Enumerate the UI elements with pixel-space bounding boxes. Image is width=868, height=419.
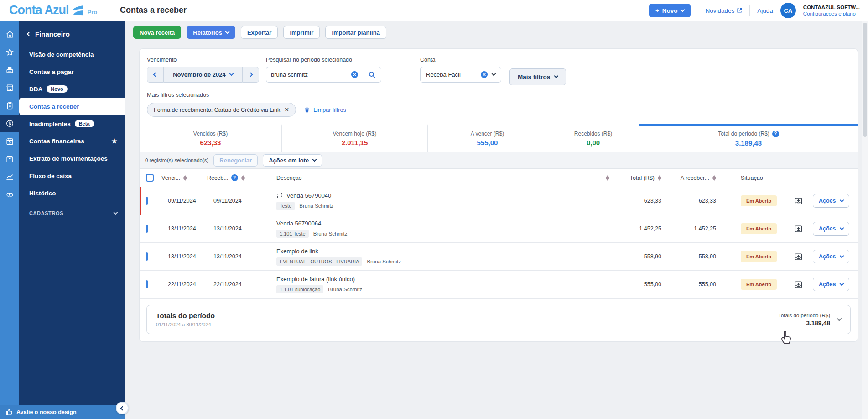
search-input[interactable] — [271, 71, 351, 78]
client-name: Bruna Schmitz — [299, 203, 333, 209]
mais-filtros-button[interactable]: Mais filtros — [509, 68, 566, 85]
account-menu[interactable]: CONTAAZUL SOFTW... Configurações e plano — [803, 4, 860, 17]
nova-receita-button[interactable]: Nova receita — [133, 26, 181, 39]
sort-icon[interactable] — [183, 175, 187, 181]
summary-total-periodo[interactable]: Total do período (R$) ? 3.189,48 — [639, 124, 858, 152]
sidebar-item-visao-de-competencia[interactable]: Visão de competência — [19, 46, 125, 63]
relatorios-button[interactable]: Relatórios — [187, 26, 235, 39]
sidebar-item-contas-financeiras[interactable]: Contas financeiras ★ — [19, 132, 125, 150]
imprimir-button[interactable]: Imprimir — [283, 26, 320, 39]
receive-payment-icon[interactable] — [789, 280, 807, 289]
total-value: 1.452,25 — [613, 225, 668, 232]
renegociar-button[interactable]: Renegociar — [213, 154, 258, 167]
description-cell[interactable]: Exemplo de fatura (link único) 1.1.01 su… — [257, 276, 613, 293]
scrollbar-thumb[interactable] — [863, 23, 867, 137]
row-checkbox[interactable] — [146, 197, 148, 205]
sidebar-section-cadastros[interactable]: CADASTROS — [19, 206, 125, 220]
chevron-down-icon — [554, 74, 559, 79]
summary-recebidos[interactable]: Recebidos (R$) 0,00 — [547, 124, 639, 152]
filter-chip[interactable]: Forma de recebimento: Cartão de Crédito … — [147, 103, 296, 117]
sidebar-item-extrato-de-movimentacoes[interactable]: Extrato de movimentações — [19, 150, 125, 167]
col-recebimento[interactable]: Receb... ? — [207, 174, 257, 181]
notes-icon[interactable] — [0, 97, 19, 115]
status-badge: Em Aberto — [741, 223, 777, 234]
scrollbar[interactable] — [862, 21, 868, 419]
receive-payment-icon[interactable] — [789, 225, 807, 233]
col-vencimento[interactable]: Venci... — [161, 175, 207, 181]
acoes-button[interactable]: Ações — [813, 194, 849, 208]
acoes-button[interactable]: Ações — [813, 250, 849, 263]
sort-icon[interactable] — [712, 175, 716, 181]
search-button[interactable] — [363, 67, 381, 83]
col-a-receber[interactable]: A receber... — [668, 175, 722, 181]
stock-icon[interactable] — [0, 150, 19, 168]
clear-conta-icon[interactable]: ✕ — [481, 71, 488, 78]
total-value: 558,90 — [613, 253, 668, 260]
prev-month-button[interactable] — [147, 67, 164, 83]
limpar-filtros-link[interactable]: Limpar filtros — [304, 107, 346, 113]
reports-icon[interactable] — [0, 168, 19, 186]
acoes-em-lote-button[interactable]: Ações em lote — [263, 154, 322, 167]
novo-button[interactable]: + Novo — [649, 4, 691, 17]
period-totals-box[interactable]: Totais do período 01/11/2024 a 30/11/202… — [146, 305, 851, 334]
store-icon[interactable] — [0, 79, 19, 97]
clear-search-icon[interactable]: ✕ — [351, 71, 358, 78]
importar-planilha-button[interactable]: Importar planilha — [325, 26, 386, 39]
home-icon[interactable] — [0, 26, 19, 43]
acoes-button[interactable]: Ações — [813, 222, 849, 236]
sidebar-item-inadimplentes[interactable]: Inadimplentes Beta — [19, 115, 125, 132]
summary-vencidos[interactable]: Vencidos (R$) 623,33 — [140, 124, 282, 152]
avatar[interactable]: CA — [780, 3, 796, 18]
novidades-link[interactable]: Novidades — [706, 7, 743, 14]
sidebar-item-dda[interactable]: DDA Novo — [19, 80, 125, 98]
next-month-button[interactable] — [242, 67, 259, 83]
help-icon[interactable]: ? — [231, 174, 238, 181]
billing-icon[interactable] — [0, 132, 19, 150]
sidebar-item-historico[interactable]: Histórico — [19, 184, 125, 202]
sidebar-item-contas-a-receber[interactable]: Contas a receber — [19, 98, 125, 115]
remove-chip-icon[interactable]: ✕ — [284, 106, 289, 113]
row-checkbox[interactable] — [146, 225, 148, 233]
favorites-icon[interactable] — [0, 43, 19, 61]
sidebar-item-contas-a-pagar[interactable]: Contas a pagar — [19, 63, 125, 80]
contaazul-logo[interactable]: Conta Azul Pro — [9, 3, 97, 17]
sort-icon[interactable] — [606, 175, 609, 181]
collapse-sidebar-button[interactable] — [116, 402, 129, 414]
col-total[interactable]: Total (R$) — [613, 175, 668, 181]
venc-date: 22/11/2024 — [161, 281, 207, 288]
receive-payment-icon[interactable] — [789, 252, 807, 261]
summary-a-vencer[interactable]: A vencer (R$) 555,00 — [428, 124, 547, 152]
row-checkbox[interactable] — [146, 280, 148, 288]
receive-payment-icon[interactable] — [789, 197, 807, 205]
summary-vencem-hoje[interactable]: Vencem hoje (R$) 2.011,15 — [282, 124, 428, 152]
description-cell[interactable]: Venda 56790040 Teste Bruna Schmitz — [257, 192, 613, 210]
icon-rail — [0, 21, 19, 405]
sidebar-footer[interactable]: Avalie o nosso design — [0, 405, 125, 419]
period-select[interactable]: Novembro de 2024 — [164, 67, 242, 83]
sidebar-item-fluxo-de-caixa[interactable]: Fluxo de caixa — [19, 167, 125, 184]
description-cell[interactable]: Venda 56790064 1.101 Teste Bruna Schmitz — [257, 220, 613, 238]
col-descricao[interactable]: Descrição — [257, 175, 613, 181]
selected-filters-label: Mais filtros selecionados — [147, 92, 850, 98]
receb-date: 13/11/2024 — [207, 253, 257, 260]
help-icon[interactable]: ? — [772, 131, 779, 137]
acoes-button[interactable]: Ações — [813, 278, 849, 291]
row-checkbox[interactable] — [146, 252, 148, 261]
sidebar-section-header[interactable]: Financeiro — [19, 26, 125, 42]
sidebar: Financeiro Visão de competência Contas a… — [19, 21, 125, 405]
chevron-down-icon[interactable] — [837, 316, 842, 321]
sort-icon[interactable] — [241, 175, 245, 181]
external-link-icon — [737, 8, 742, 13]
integrations-icon[interactable] — [0, 186, 19, 204]
select-all-checkbox[interactable] — [146, 174, 154, 182]
account-settings-link[interactable]: Configurações e plano — [803, 10, 860, 17]
sort-icon[interactable] — [658, 175, 661, 181]
exportar-button[interactable]: Exportar — [241, 26, 278, 39]
selected-filters: Mais filtros selecionados Forma de receb… — [140, 85, 858, 117]
description-cell[interactable]: Exemplo de link EVENTUAL - OUTROS - LIVR… — [257, 248, 613, 266]
ajuda-link[interactable]: Ajuda — [757, 7, 773, 14]
pos-icon[interactable] — [0, 61, 19, 79]
account-name: CONTAAZUL SOFTW... — [803, 4, 860, 10]
financeiro-icon[interactable] — [0, 115, 19, 132]
conta-select[interactable]: Receba Fácil ✕ — [420, 67, 501, 83]
